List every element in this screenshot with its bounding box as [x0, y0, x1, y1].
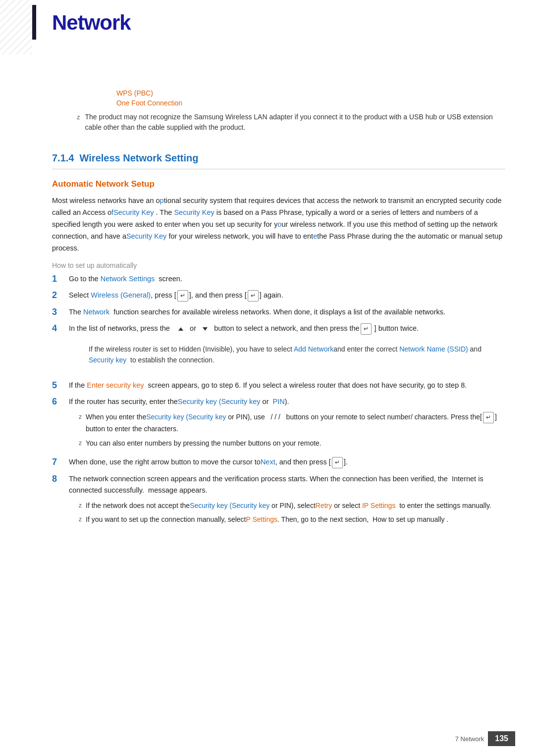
highlight-optional: p: [160, 197, 164, 204]
step-7-content: When done, use the right arrow button to…: [69, 456, 505, 468]
step-num-1: 1: [52, 273, 66, 285]
step6-pin: PIN: [273, 398, 285, 405]
step-6-content: If the router has security, enter theSec…: [69, 396, 505, 452]
step-num-6: 6: [52, 396, 66, 407]
arrow-down-icon: [203, 327, 208, 331]
step-4-content: In the list of networks, press the or bu…: [69, 323, 505, 375]
footer-section-label: 7 Network: [455, 735, 484, 743]
step8s2-psettings: P Settings: [246, 515, 277, 523]
step4-security-key: Security key: [89, 356, 126, 364]
page-container: Network WPS (PBC) One Foot Connection z …: [0, 0, 535, 756]
page-title: Network: [52, 11, 131, 35]
main-content: WPS (PBC) One Foot Connection z The prod…: [52, 54, 505, 726]
sub-bullet-icon-6a: z: [79, 412, 82, 422]
step-8: 8 The network connection screen appears …: [52, 473, 505, 528]
step-4: 4 In the list of networks, press the or …: [52, 323, 505, 375]
step7-highlight: Next: [261, 458, 275, 466]
step4-network-name: Network Name (SSID): [399, 345, 468, 353]
step3-highlight: Network: [83, 308, 109, 316]
step-2-content: Select Wireless (General), press [↵], an…: [69, 290, 505, 302]
step-2: 2 Select Wireless (General), press [↵], …: [52, 290, 505, 302]
step-1: 1 Go to the Network Settings screen.: [52, 273, 505, 285]
how-to-label: How to set up automatically: [52, 261, 505, 269]
left-pattern-decoration: [0, 0, 32, 54]
step4-add-network: Add Network: [294, 345, 333, 353]
footer: 7 Network 135: [0, 731, 535, 746]
highlight-security-key-2: Security Key: [174, 208, 214, 216]
step1-highlight: Network Settings: [101, 275, 155, 283]
enter-btn-7: ↵: [332, 457, 343, 468]
enter-btn-2a: ↵: [177, 290, 188, 302]
toc-links: WPS (PBC) One Foot Connection: [116, 89, 505, 107]
sub-bullet-icon-8a: z: [79, 501, 82, 510]
step8s1-key: Security key (Security key: [190, 502, 269, 509]
step-8-sub-1-text: If the network does not accept theSecuri…: [86, 500, 491, 511]
toc-link-onefoot[interactable]: One Foot Connection: [116, 99, 505, 107]
step-num-4: 4: [52, 323, 66, 334]
header-accent-bar: [32, 5, 36, 40]
note-text: The product may not recognize the Samsun…: [85, 112, 506, 133]
steps-list: 1 Go to the Network Settings screen. 2 S…: [52, 273, 505, 528]
step-4-indent: If the wireless router is set to Hidden …: [89, 340, 505, 370]
highlight-security-key-3: Security Key: [126, 232, 166, 240]
step-num-5: 5: [52, 380, 66, 391]
svg-rect-2: [0, 0, 32, 54]
sub-bullet-icon-6b: z: [79, 439, 82, 448]
step-6-sub-2-text: You can also enter numbers by pressing t…: [86, 438, 321, 449]
step-num-7: 7: [52, 456, 66, 468]
step-3-content: The Network function searches for availa…: [69, 306, 505, 318]
step-7: 7 When done, use the right arrow button …: [52, 456, 505, 468]
step6-security-key: Security key (Security key: [178, 398, 261, 405]
step5-highlight: Enter security key: [87, 381, 144, 389]
step-6-sub-1: z When you enter theSecurity key (Securi…: [79, 411, 505, 434]
bullet-icon-note: z: [77, 112, 80, 122]
note-bullet: z The product may not recognize the Sams…: [77, 112, 505, 133]
step8s1-ipsettings: IP Settings: [362, 502, 395, 509]
step-6-sub-1-text: When you enter theSecurity key (Security…: [86, 411, 505, 434]
step8s1-retry: Retry: [316, 502, 332, 509]
step-1-content: Go to the Network Settings screen.: [69, 273, 505, 285]
highlight-your: o: [277, 220, 281, 228]
footer-page-number: 135: [488, 731, 515, 746]
body-paragraph: Most wireless networks have an optional …: [52, 195, 505, 254]
step-3: 3 The Network function searches for avai…: [52, 306, 505, 318]
step-8-content: The network connection screen appears an…: [69, 473, 505, 528]
step2-highlight: Wireless (General): [91, 291, 151, 299]
step-8-sub-2-text: If you want to set up the connection man…: [86, 514, 448, 525]
arrow-up-icon: [178, 327, 183, 331]
enter-btn-2b: ↵: [248, 290, 259, 302]
step-6-sub-2: z You can also enter numbers by pressing…: [79, 438, 505, 449]
enter-btn-6: ↵: [483, 412, 494, 423]
toc-link-wps[interactable]: WPS (PBC): [116, 89, 505, 97]
step-5: 5 If the Enter security key screen appea…: [52, 380, 505, 391]
step-num-8: 8: [52, 473, 66, 485]
step6s1-highlight: Security key (Security key: [146, 413, 226, 421]
section-title: 7.1.4 Wireless Network Setting: [52, 152, 505, 164]
step-8-sub-2: z If you want to set up the connection m…: [79, 514, 505, 525]
section-name: Wireless Network Setting: [80, 152, 199, 163]
step-6-subbullets: z When you enter theSecurity key (Securi…: [69, 411, 505, 449]
subsection-title: Automatic Network Setup: [52, 179, 505, 189]
highlight-security-key-1: fSecurity Key: [111, 208, 154, 216]
footer-right: 7 Network 135: [455, 731, 515, 746]
section-id: 7.1.4: [52, 152, 74, 163]
step-num-3: 3: [52, 306, 66, 318]
sub-bullet-icon-8b: z: [79, 515, 82, 524]
step-5-content: If the Enter security key screen appears…: [69, 380, 505, 391]
enter-btn-4: ↵: [361, 323, 372, 335]
step-8-subbullets: z If the network does not accept theSecu…: [69, 500, 505, 525]
step-num-2: 2: [52, 290, 66, 301]
highlight-enter: e: [313, 232, 317, 240]
step-6: 6 If the router has security, enter theS…: [52, 396, 505, 452]
step-8-sub-1: z If the network does not accept theSecu…: [79, 500, 505, 511]
